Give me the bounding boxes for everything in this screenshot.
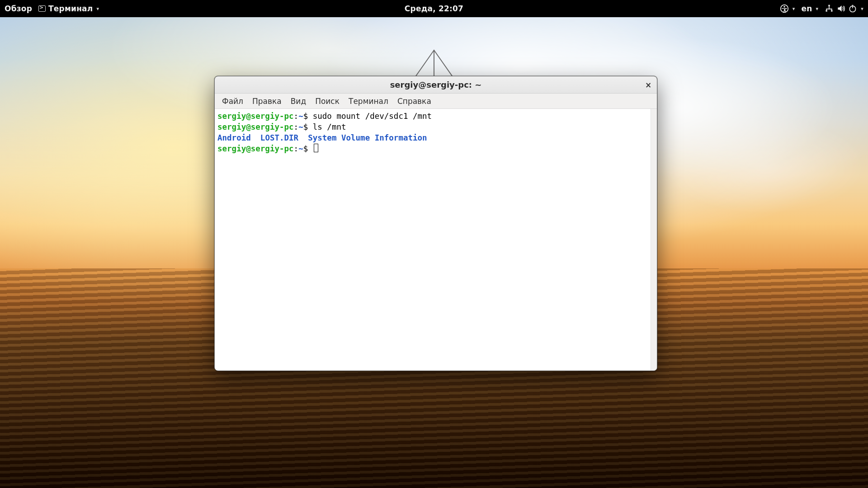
- window-title: sergiy@sergiy-pc: ~: [390, 80, 482, 89]
- gnome-topbar: Обзор Терминал ▾ Среда, 22:07 ▾ en ▾: [0, 0, 868, 17]
- power-icon: [848, 4, 857, 13]
- terminal-menubar: Файл Правка Вид Поиск Терминал Справка: [215, 94, 657, 109]
- activities-button[interactable]: Обзор: [5, 4, 32, 13]
- svg-rect-6: [852, 5, 853, 9]
- terminal-app-icon: [38, 5, 46, 12]
- menu-search[interactable]: Поиск: [311, 95, 343, 108]
- svg-rect-2: [829, 5, 830, 6]
- input-source-menu[interactable]: en ▾: [802, 4, 819, 13]
- chevron-down-icon: ▾: [96, 6, 99, 12]
- svg-rect-3: [826, 10, 827, 11]
- clock-button[interactable]: Среда, 22:07: [405, 4, 463, 13]
- menu-view[interactable]: Вид: [287, 95, 310, 108]
- accessibility-menu[interactable]: ▾: [780, 4, 795, 13]
- menu-file[interactable]: Файл: [218, 95, 247, 108]
- clock-label: Среда, 22:07: [405, 4, 463, 13]
- app-menu-label: Терминал: [48, 4, 93, 13]
- app-menu[interactable]: Терминал ▾: [38, 4, 99, 13]
- menu-terminal[interactable]: Терминал: [345, 95, 392, 108]
- activities-label: Обзор: [5, 4, 32, 13]
- window-titlebar[interactable]: sergiy@sergiy-pc: ~ ×: [215, 76, 657, 94]
- terminal-window: sergiy@sergiy-pc: ~ × Файл Правка Вид По…: [214, 76, 657, 371]
- chevron-down-icon: ▾: [861, 6, 863, 12]
- network-wired-icon: [825, 4, 834, 13]
- accessibility-icon: [780, 4, 789, 13]
- terminal-scrollbar[interactable]: [651, 109, 657, 371]
- svg-point-1: [783, 6, 785, 8]
- menu-edit[interactable]: Правка: [249, 95, 285, 108]
- chevron-down-icon: ▾: [793, 6, 795, 12]
- window-close-button[interactable]: ×: [642, 79, 654, 91]
- close-icon: ×: [645, 80, 651, 89]
- volume-icon: [836, 4, 845, 13]
- menu-help[interactable]: Справка: [394, 95, 435, 108]
- system-status-area[interactable]: ▾: [825, 4, 863, 13]
- chevron-down-icon: ▾: [816, 6, 819, 12]
- svg-rect-4: [831, 10, 832, 11]
- input-lang-label: en: [802, 4, 812, 13]
- terminal-textarea[interactable]: sergiy@sergiy-pc:~$ sudo mount /dev/sdc1…: [215, 109, 651, 371]
